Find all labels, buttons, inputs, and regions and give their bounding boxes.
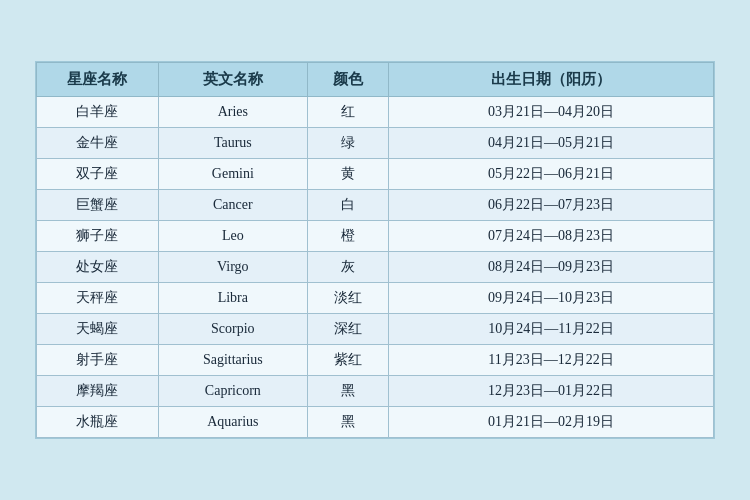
table-row: 水瓶座Aquarius黑01月21日—02月19日: [37, 407, 714, 438]
cell-color: 紫红: [307, 345, 388, 376]
cell-color: 黑: [307, 407, 388, 438]
zodiac-table: 星座名称 英文名称 颜色 出生日期（阳历） 白羊座Aries红03月21日—04…: [35, 61, 715, 439]
cell-date: 07月24日—08月23日: [389, 221, 714, 252]
cell-en: Virgo: [158, 252, 307, 283]
cell-en: Cancer: [158, 190, 307, 221]
table-row: 白羊座Aries红03月21日—04月20日: [37, 97, 714, 128]
cell-date: 12月23日—01月22日: [389, 376, 714, 407]
cell-cn: 天蝎座: [37, 314, 159, 345]
cell-color: 黑: [307, 376, 388, 407]
cell-cn: 摩羯座: [37, 376, 159, 407]
cell-cn: 天秤座: [37, 283, 159, 314]
cell-date: 08月24日—09月23日: [389, 252, 714, 283]
cell-en: Scorpio: [158, 314, 307, 345]
cell-cn: 双子座: [37, 159, 159, 190]
header-date: 出生日期（阳历）: [389, 63, 714, 97]
table-row: 金牛座Taurus绿04月21日—05月21日: [37, 128, 714, 159]
table-row: 天秤座Libra淡红09月24日—10月23日: [37, 283, 714, 314]
cell-date: 01月21日—02月19日: [389, 407, 714, 438]
cell-color: 绿: [307, 128, 388, 159]
header-color: 颜色: [307, 63, 388, 97]
cell-en: Sagittarius: [158, 345, 307, 376]
table-row: 处女座Virgo灰08月24日—09月23日: [37, 252, 714, 283]
cell-color: 黄: [307, 159, 388, 190]
cell-cn: 处女座: [37, 252, 159, 283]
cell-date: 06月22日—07月23日: [389, 190, 714, 221]
cell-date: 04月21日—05月21日: [389, 128, 714, 159]
cell-cn: 水瓶座: [37, 407, 159, 438]
cell-en: Leo: [158, 221, 307, 252]
cell-cn: 射手座: [37, 345, 159, 376]
cell-cn: 巨蟹座: [37, 190, 159, 221]
cell-color: 淡红: [307, 283, 388, 314]
cell-en: Aquarius: [158, 407, 307, 438]
cell-cn: 白羊座: [37, 97, 159, 128]
header-cn: 星座名称: [37, 63, 159, 97]
table-header-row: 星座名称 英文名称 颜色 出生日期（阳历）: [37, 63, 714, 97]
table-row: 狮子座Leo橙07月24日—08月23日: [37, 221, 714, 252]
cell-en: Taurus: [158, 128, 307, 159]
header-en: 英文名称: [158, 63, 307, 97]
cell-date: 10月24日—11月22日: [389, 314, 714, 345]
cell-en: Libra: [158, 283, 307, 314]
cell-en: Aries: [158, 97, 307, 128]
cell-color: 灰: [307, 252, 388, 283]
cell-en: Capricorn: [158, 376, 307, 407]
table-row: 射手座Sagittarius紫红11月23日—12月22日: [37, 345, 714, 376]
table-row: 巨蟹座Cancer白06月22日—07月23日: [37, 190, 714, 221]
cell-cn: 狮子座: [37, 221, 159, 252]
cell-date: 03月21日—04月20日: [389, 97, 714, 128]
cell-en: Gemini: [158, 159, 307, 190]
cell-date: 09月24日—10月23日: [389, 283, 714, 314]
cell-color: 红: [307, 97, 388, 128]
cell-color: 橙: [307, 221, 388, 252]
cell-color: 深红: [307, 314, 388, 345]
cell-date: 11月23日—12月22日: [389, 345, 714, 376]
cell-color: 白: [307, 190, 388, 221]
cell-date: 05月22日—06月21日: [389, 159, 714, 190]
table-row: 摩羯座Capricorn黑12月23日—01月22日: [37, 376, 714, 407]
cell-cn: 金牛座: [37, 128, 159, 159]
table-row: 双子座Gemini黄05月22日—06月21日: [37, 159, 714, 190]
table-row: 天蝎座Scorpio深红10月24日—11月22日: [37, 314, 714, 345]
